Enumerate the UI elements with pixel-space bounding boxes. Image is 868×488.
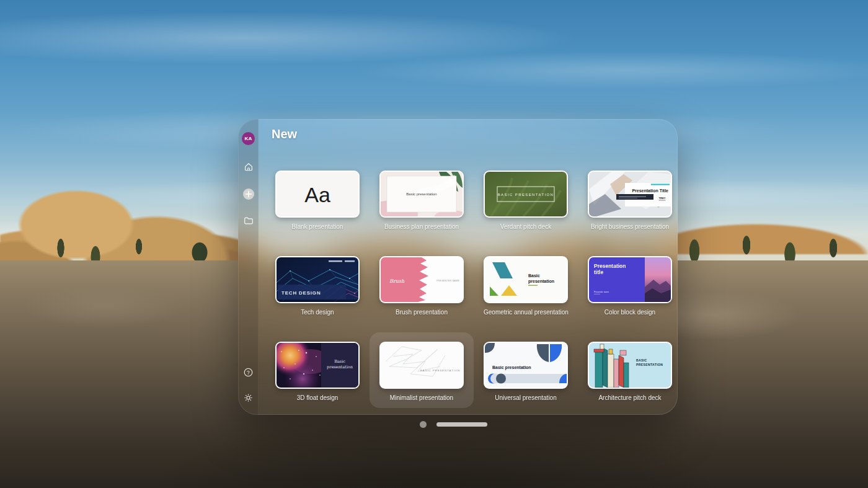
svg-text:PRESENTATION: PRESENTATION: [636, 363, 663, 366]
svg-text:?: ?: [247, 370, 250, 376]
template-label: Minimalist presentation: [379, 394, 464, 401]
template-label: Architecture pitch deck: [588, 394, 672, 401]
tech-thumb-art: TECH DESIGN: [277, 257, 358, 302]
window-close-button[interactable]: [420, 421, 427, 428]
template-thumbnail: Basic presentation: [484, 256, 568, 303]
template-card-tech[interactable]: TECH DESIGN Tech design: [275, 256, 360, 316]
template-thumbnail: TECH DESIGN: [275, 256, 360, 303]
svg-text:Presentation: Presentation: [594, 263, 626, 269]
svg-text:PRESENTER NAME: PRESENTER NAME: [436, 280, 459, 282]
bright-business-thumb-art: Presentation Title TREY: [589, 172, 671, 216]
brush-thumb-art: Brush PRESENTER NAME: [381, 257, 463, 302]
window-drag-bar[interactable]: [436, 422, 487, 427]
svg-text:Brush: Brush: [389, 278, 405, 284]
template-card-color-block[interactable]: Presentation title Presenter name Color …: [588, 256, 672, 316]
home-icon: [243, 161, 254, 172]
sidebar: KA ?: [238, 119, 259, 415]
template-label: Blank presentation: [275, 223, 360, 230]
sidebar-item-new[interactable]: [242, 188, 254, 200]
template-card-business-plan[interactable]: Basic presentation Business plan present…: [379, 171, 464, 230]
svg-text:BASIC PRESENTATION: BASIC PRESENTATION: [420, 369, 460, 372]
template-card-minimalist[interactable]: BASIC PRESENTATION Minimalist presentati…: [379, 342, 464, 401]
svg-text:Basic presentation: Basic presentation: [492, 365, 531, 370]
template-label: Verdant pitch deck: [484, 223, 568, 230]
template-thumbnail: BASIC PRESENTATION: [379, 342, 464, 389]
add-icon: [243, 189, 254, 200]
settings-icon: [243, 393, 254, 403]
verdant-thumb-art: BASIC PRESENTATION: [485, 172, 567, 216]
template-thumbnail: BASIC PRESENTATION: [588, 342, 672, 389]
template-card-verdant[interactable]: BASIC PRESENTATION Verdant pitch deck: [484, 171, 568, 230]
template-label: 3D float design: [275, 394, 360, 401]
minimalist-thumb-art: BASIC PRESENTATION: [381, 343, 463, 388]
template-thumbnail: Basic presentation: [275, 342, 360, 389]
template-thumbnail: BASIC PRESENTATION: [484, 171, 568, 218]
template-card-brush[interactable]: Brush PRESENTER NAME Brush presentation: [379, 256, 464, 316]
svg-text:Presentation Title: Presentation Title: [632, 189, 668, 193]
sidebar-item-settings[interactable]: [242, 392, 254, 404]
svg-text:Presenter name: Presenter name: [594, 291, 609, 293]
page-title: New: [272, 127, 297, 141]
template-card-geometric[interactable]: Basic presentation Geometric annual pres…: [484, 256, 568, 316]
color-block-thumb-art: Presentation title Presenter name: [589, 257, 671, 302]
template-label: Color block design: [588, 309, 672, 316]
avatar[interactable]: KA: [242, 132, 255, 145]
template-label: Business plan presentation: [379, 223, 464, 230]
architecture-thumb-art: BASIC PRESENTATION: [589, 343, 671, 388]
svg-text:title: title: [594, 269, 603, 275]
template-card-3d-float[interactable]: Basic presentation 3D float design: [275, 342, 360, 401]
folder-icon: [243, 215, 254, 226]
avatar-initials: KA: [244, 136, 252, 141]
universal-thumb-art: Basic presentation: [485, 343, 567, 388]
template-label: Universal presentation: [484, 394, 568, 401]
template-label: Bright business presentation: [588, 223, 672, 230]
svg-text:TECH DESIGN: TECH DESIGN: [281, 290, 321, 296]
svg-text:BASIC: BASIC: [636, 358, 647, 362]
sidebar-item-help[interactable]: ?: [242, 366, 254, 378]
svg-text:presentation: presentation: [528, 279, 554, 284]
svg-text:BASIC PRESENTATION: BASIC PRESENTATION: [498, 193, 554, 197]
3d-float-thumb-art: Basic presentation: [277, 343, 358, 388]
svg-text:TREY: TREY: [658, 197, 665, 200]
template-thumbnail: Presentation title Presenter name: [588, 256, 672, 303]
sidebar-item-files[interactable]: [242, 215, 254, 226]
svg-text:presentation: presentation: [327, 365, 353, 370]
template-thumbnail: Brush PRESENTER NAME: [379, 256, 464, 303]
geometric-thumb-art: Basic presentation: [485, 257, 567, 302]
svg-text:Basic presentation: Basic presentation: [406, 192, 436, 196]
template-label: Geometric annual presentation: [484, 309, 568, 316]
help-icon: ?: [243, 367, 254, 378]
sidebar-item-home[interactable]: [242, 161, 254, 172]
template-thumbnail: Presentation Title TREY: [588, 171, 672, 218]
svg-text:Basic: Basic: [528, 273, 540, 278]
svg-text:Aa: Aa: [304, 183, 330, 206]
template-label: Brush presentation: [379, 309, 464, 316]
template-card-blank[interactable]: Aa Blank presentation: [275, 171, 360, 230]
template-label: Tech design: [275, 309, 360, 316]
template-thumbnail: Basic presentation: [379, 171, 464, 218]
template-thumbnail: Basic presentation: [484, 342, 568, 389]
template-card-architecture[interactable]: BASIC PRESENTATION Architecture pitch de…: [588, 342, 672, 401]
template-card-bright-business[interactable]: Presentation Title TREY Bright business …: [588, 171, 672, 230]
business-plan-thumb-art: Basic presentation: [381, 172, 463, 216]
app-window: KA ?: [238, 119, 678, 415]
template-card-universal[interactable]: Basic presentation Universal presentatio…: [484, 342, 568, 401]
svg-text:Basic: Basic: [334, 359, 345, 364]
blank-thumb-art: Aa: [277, 172, 358, 216]
template-grid: Aa Blank presentation Basic presentation: [275, 171, 672, 401]
template-thumbnail: Aa: [275, 171, 360, 218]
